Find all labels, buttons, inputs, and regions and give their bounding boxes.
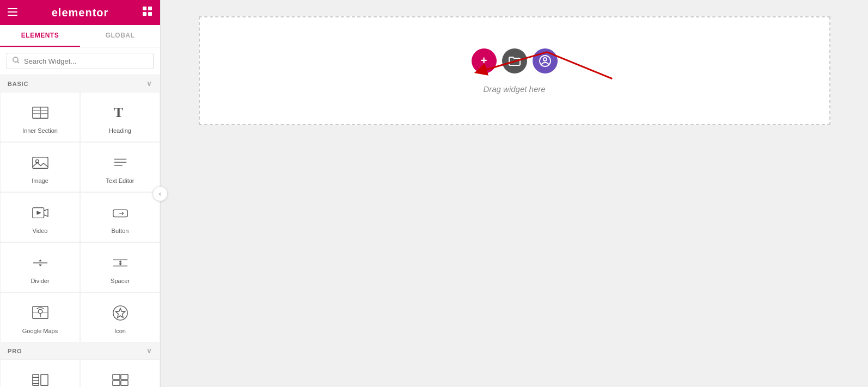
drag-widget-text: Drag widget here <box>483 84 545 94</box>
chevron-down-icon: ∨ <box>146 79 152 88</box>
widget-spacer-label: Spacer <box>111 278 130 284</box>
collapse-sidebar-button[interactable]: ‹ <box>152 186 168 201</box>
widget-inner-section-label: Inner Section <box>22 127 58 134</box>
section-pro-label: PRO <box>8 348 22 354</box>
sidebar-header: elementor <box>0 0 160 25</box>
section-basic-header[interactable]: BASIC ∨ <box>0 75 160 92</box>
widget-inner-section[interactable]: Inner Section <box>0 92 80 142</box>
svg-rect-46 <box>120 374 127 379</box>
section-basic-label: BASIC <box>8 81 28 87</box>
svg-rect-16 <box>32 157 47 169</box>
widget-heading[interactable]: T Heading <box>80 92 160 142</box>
widget-divider-label: Divider <box>30 278 49 284</box>
svg-marker-22 <box>36 211 41 215</box>
grid-icon[interactable] <box>143 7 152 19</box>
svg-rect-0 <box>8 8 17 9</box>
image-icon <box>30 152 51 173</box>
search-input[interactable] <box>24 57 148 65</box>
widget-video[interactable]: Video <box>0 192 80 242</box>
svg-marker-26 <box>39 259 42 261</box>
basic-widget-grid: Inner Section T Heading <box>0 92 160 342</box>
widget-video-label: Video <box>33 228 48 234</box>
collapse-arrow-icon: ‹ <box>159 190 161 198</box>
svg-text:T: T <box>114 105 123 120</box>
widget-heading-label: Heading <box>109 127 131 134</box>
svg-point-34 <box>38 309 42 314</box>
hamburger-menu-icon[interactable] <box>8 7 17 19</box>
inner-section-icon <box>30 102 51 123</box>
search-icon <box>13 57 20 65</box>
widget-pro-1[interactable] <box>0 359 80 387</box>
svg-rect-5 <box>143 12 146 16</box>
svg-rect-47 <box>112 380 119 385</box>
search-container <box>0 47 160 75</box>
action-buttons: + <box>472 48 558 73</box>
widget-icon-label: Icon <box>114 328 126 334</box>
sidebar: elementor ELEMENTS GLOBAL BASIC ∨ <box>0 0 161 387</box>
add-button[interactable]: + <box>472 48 497 73</box>
tab-global[interactable]: GLOBAL <box>80 25 160 47</box>
elementor-logo: elementor <box>52 7 109 19</box>
svg-rect-45 <box>112 374 119 379</box>
google-maps-icon <box>30 303 51 323</box>
widget-text-editor-label: Text Editor <box>106 177 135 184</box>
widget-text-editor[interactable]: Text Editor <box>80 142 160 192</box>
drop-zone[interactable]: + Drag widget here <box>199 16 830 125</box>
pro-widget-1-icon <box>30 370 51 387</box>
widget-icon[interactable]: Icon <box>80 292 160 342</box>
svg-point-50 <box>543 58 547 61</box>
icon-widget-icon <box>110 303 131 323</box>
widget-google-maps-label: Google Maps <box>22 328 58 334</box>
svg-line-8 <box>17 62 19 63</box>
section-pro-header[interactable]: PRO ∨ <box>0 342 160 359</box>
widget-image-label: Image <box>32 177 48 184</box>
svg-rect-1 <box>8 11 17 13</box>
divider-icon <box>30 253 51 273</box>
svg-rect-6 <box>148 12 152 16</box>
widget-image[interactable]: Image <box>0 142 80 192</box>
svg-marker-27 <box>39 265 42 267</box>
pro-widget-2-icon <box>110 370 131 387</box>
heading-icon: T <box>110 102 131 123</box>
pro-chevron-down-icon: ∨ <box>146 347 152 355</box>
tab-bar: ELEMENTS GLOBAL <box>0 25 160 47</box>
button-icon <box>110 202 131 223</box>
text-editor-icon <box>110 152 131 173</box>
widget-button-label: Button <box>112 228 129 234</box>
svg-rect-2 <box>8 15 17 16</box>
search-box <box>7 53 154 69</box>
widget-area: BASIC ∨ Inner Section <box>0 75 160 387</box>
main-canvas: + Drag widget here <box>161 0 868 387</box>
spacer-icon <box>110 253 131 273</box>
svg-marker-31 <box>119 260 122 262</box>
widget-google-maps[interactable]: Google Maps <box>0 292 80 342</box>
svg-point-7 <box>13 57 18 62</box>
tab-elements[interactable]: ELEMENTS <box>0 25 80 47</box>
folder-button[interactable] <box>502 48 527 73</box>
pro-widget-grid <box>0 359 160 387</box>
svg-rect-3 <box>143 7 146 10</box>
video-icon <box>30 202 51 223</box>
widget-pro-2[interactable] <box>80 359 160 387</box>
svg-rect-44 <box>40 374 47 386</box>
svg-marker-32 <box>119 263 122 266</box>
widget-spacer[interactable]: Spacer <box>80 242 160 292</box>
template-button[interactable] <box>533 48 558 73</box>
svg-rect-4 <box>148 7 152 10</box>
svg-marker-39 <box>115 309 125 318</box>
widget-divider[interactable]: Divider <box>0 242 80 292</box>
widget-button[interactable]: Button <box>80 192 160 242</box>
svg-rect-48 <box>120 380 127 385</box>
